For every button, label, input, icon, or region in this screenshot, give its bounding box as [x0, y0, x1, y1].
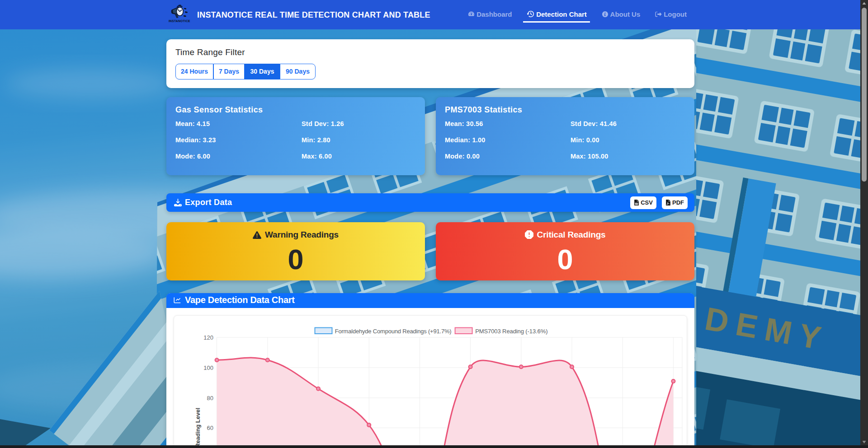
svg-text:Formaldehyde Compound Readings: Formaldehyde Compound Readings (+91.7%) [335, 328, 452, 335]
svg-text:120: 120 [203, 334, 213, 341]
svg-text:60: 60 [207, 425, 213, 431]
svg-text:100: 100 [203, 364, 213, 371]
svg-text:PMS7003 Reading (-13.6%): PMS7003 Reading (-13.6%) [475, 328, 547, 335]
svg-text:Reading Level: Reading Level [194, 408, 201, 448]
svg-text:80: 80 [207, 395, 213, 401]
